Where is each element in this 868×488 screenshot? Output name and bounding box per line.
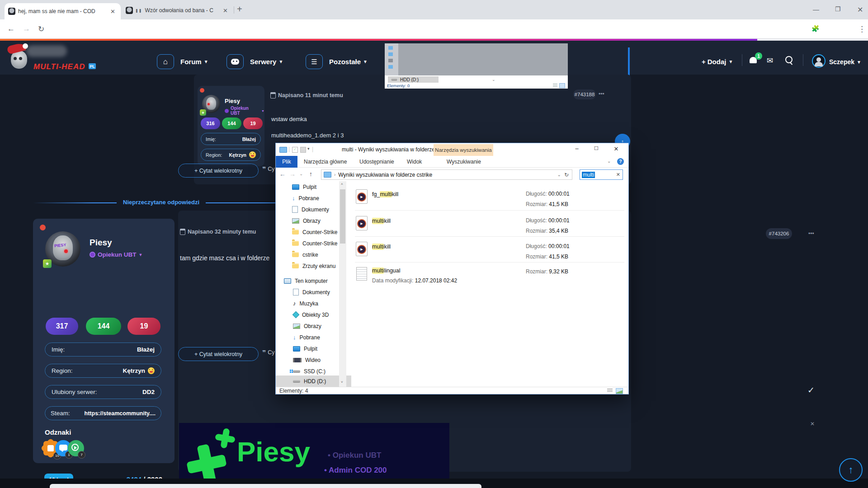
author-name[interactable]: Piesy [225, 98, 240, 104]
file-name[interactable]: multikill [372, 244, 391, 250]
tab-active[interactable]: hej, mam ss ale nie mam - COD ✕ [5, 3, 121, 19]
quote-button[interactable]: ❞Cy [262, 165, 275, 173]
quick-access-newfolder-icon[interactable] [300, 147, 306, 153]
explorer-address-bar[interactable]: › Wyniki wyszukiwania w folderze cstrike… [321, 169, 572, 180]
quick-access-check-icon[interactable]: ✓ [292, 147, 298, 153]
post-options-icon[interactable]: ••• [599, 91, 604, 97]
post-id-badge[interactable]: #743188 [573, 89, 596, 99]
forward-icon[interactable]: → [23, 24, 30, 33]
explorer-titlebar[interactable]: | ✓ ▾ | multi - Wyniki wyszukiwania w fo… [276, 143, 628, 156]
logo-text[interactable]: MULTI-HEAD [33, 62, 85, 71]
scroll-top-button[interactable]: ↑ [839, 458, 863, 482]
folder-icon [292, 252, 299, 257]
author-role[interactable]: Opiekun UBT ▼ [90, 251, 142, 258]
author-role[interactable]: Opiekun UBT ▼ [225, 106, 264, 116]
user-avatar[interactable] [812, 54, 826, 68]
search-box[interactable]: multi ✕ [580, 169, 623, 180]
up-icon[interactable]: ↑ [309, 170, 312, 178]
ribbon-tab-bar: Plik Narzędzia główne Udostępnianie Wido… [276, 156, 628, 168]
file-name[interactable]: multikill [372, 218, 391, 224]
text-file-icon [356, 267, 367, 281]
forward-icon[interactable]: → [289, 170, 296, 178]
badge-posts[interactable]: 316 [201, 117, 220, 129]
post-attached-image[interactable]: HDD (D:) ⌄ Elementy: 0 [385, 43, 568, 89]
logo-pl-badge: PL [89, 63, 96, 69]
signature-close-icon[interactable]: ✕ [810, 421, 815, 427]
post-text-line: wstaw demka [271, 116, 307, 122]
field-steam[interactable]: Steam:https://steamcommunity.... [45, 406, 161, 420]
details-view-icon[interactable] [607, 389, 613, 393]
nav-serwery[interactable]: Serwery▼ [250, 58, 283, 66]
signature-name: Piesy [237, 436, 310, 468]
browser-menu-icon[interactable]: ⋮ [858, 24, 866, 34]
calendar-icon [180, 229, 185, 235]
file-detail: Rozmiar: 35,4 KB [526, 228, 568, 234]
scrollbar-thumb[interactable] [340, 189, 345, 244]
user-menu[interactable]: Sczepek▼ [829, 58, 861, 66]
tab-close-icon[interactable]: ✕ [108, 8, 117, 15]
back-icon[interactable]: ← [279, 170, 286, 178]
quick-access-customize-icon[interactable]: ▾ [307, 146, 310, 151]
unread-replies-link[interactable]: Nieprzeczytane odpowiedzi [117, 199, 206, 206]
back-icon[interactable]: ← [7, 24, 15, 33]
search-icon[interactable] [785, 56, 793, 63]
badge-reputation[interactable]: 144 [86, 318, 121, 335]
thumbnail-view-icon[interactable] [616, 388, 623, 394]
reply-box-peek[interactable] [50, 484, 481, 488]
refresh-icon[interactable]: ↻ [564, 172, 569, 178]
ribbon-tab-widok[interactable]: Widok [407, 159, 422, 165]
badge-posts[interactable]: 317 [46, 318, 78, 335]
badge-trophies[interactable]: 19 [243, 117, 263, 129]
quote-icon: ❞ [262, 165, 266, 173]
status-bar: Elementy: 4 | [276, 387, 628, 394]
reload-icon[interactable]: ↻ [38, 24, 44, 34]
address-text: Wyniki wyszukiwania w folderze cstrike [338, 172, 432, 178]
badge-arrow-icon[interactable]: 7 [68, 440, 84, 456]
window-minimize-icon[interactable]: — [813, 6, 819, 13]
nav-pozostale[interactable]: Pozostałe▼ [329, 58, 368, 66]
post-options-icon[interactable]: ••• [808, 230, 814, 237]
discord-button[interactable] [226, 54, 244, 69]
home-button[interactable]: ⌂ [157, 54, 174, 69]
ribbon-tab-glowne[interactable]: Narzędzia główne [304, 159, 347, 165]
context-tab[interactable]: Narzędzia wyszukiwania [434, 144, 493, 156]
reaction-check-icon[interactable]: ✓ [807, 385, 815, 395]
badge-trophies[interactable]: 19 [127, 318, 160, 335]
quote-button[interactable]: ❞Cy [262, 349, 275, 356]
explorer-minimize-icon[interactable]: – [569, 145, 585, 155]
post-id-badge[interactable]: #743206 [766, 228, 792, 239]
sidebar-scrollbar[interactable]: ˄ ˅ [339, 181, 346, 387]
search-clear-icon[interactable]: ✕ [616, 172, 620, 178]
history-dropdown-icon[interactable]: ⌄ [299, 171, 303, 176]
extensions-icon[interactable]: 🧩 [811, 25, 819, 32]
scroll-up-icon[interactable]: ˄ [341, 182, 343, 186]
address-dropdown-icon[interactable]: ⌄ [557, 172, 561, 177]
tab-close-icon[interactable]: ✕ [221, 7, 230, 14]
explorer-maximize-icon[interactable]: ☐ [589, 145, 604, 155]
window-maximize-icon[interactable]: ❐ [835, 5, 841, 13]
3d-objects-icon [292, 311, 300, 319]
site-favicon [8, 8, 15, 15]
multiquote-button[interactable]: + Cytat wielokrotny [178, 347, 259, 361]
explorer-close-icon[interactable]: ✕ [609, 145, 624, 155]
menu-button[interactable]: ☰ [306, 54, 323, 69]
file-name[interactable]: multilingual [372, 267, 401, 274]
messages-envelope-icon[interactable]: ✉ [767, 56, 773, 66]
add-button[interactable]: + Dodaj▼ [702, 58, 733, 66]
author-name[interactable]: Piesy [90, 238, 112, 248]
file-name[interactable]: fg_multikill [372, 191, 398, 197]
scroll-down-icon[interactable]: ˅ [341, 380, 343, 384]
badge-reputation[interactable]: 144 [222, 117, 241, 129]
new-tab-button[interactable]: + [237, 4, 242, 14]
ribbon-tab-plik[interactable]: Plik [276, 156, 297, 168]
ribbon-collapse-icon[interactable]: ⌄ [607, 159, 611, 164]
ribbon-tab-wyszukiwanie[interactable]: Wyszukiwanie [447, 159, 481, 165]
ribbon-tab-udostepnianie[interactable]: Udostępnianie [359, 159, 394, 165]
help-icon[interactable]: ? [617, 158, 624, 165]
chevron-down-icon: ▼ [728, 59, 733, 64]
window-close-icon[interactable]: ✕ [857, 5, 863, 14]
nav-forum[interactable]: Forum▼ [180, 58, 208, 66]
tab-background[interactable]: ❚❚ Wzór odwołania od bana - C ✕ [123, 4, 232, 17]
multiquote-button[interactable]: + Cytat wielokrotny [178, 164, 259, 178]
post-text-line: multiheaddemo_1.dem 2 i 3 [271, 132, 344, 139]
